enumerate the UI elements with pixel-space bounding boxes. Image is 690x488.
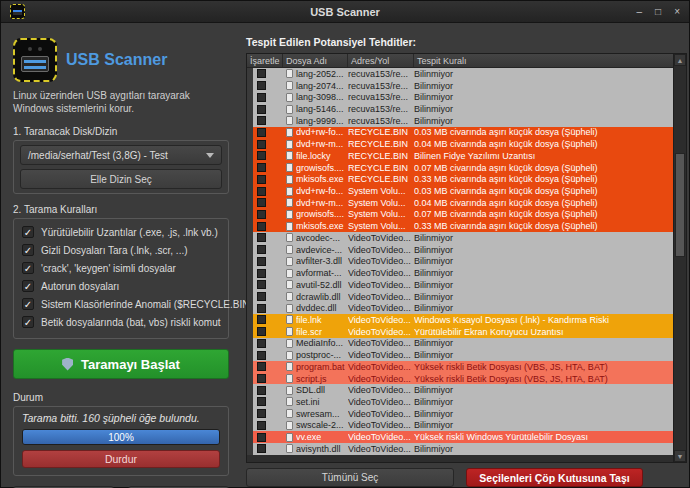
row-checkbox[interactable]: [257, 210, 266, 219]
row-checkbox[interactable]: [257, 386, 266, 395]
column-header-rule[interactable]: Tespit Kuralı: [414, 54, 673, 67]
table-row[interactable]: growisofs.... RECYCLE.BIN 0.07 MB civarı…: [247, 162, 673, 174]
table-row[interactable]: growisofs.... System Volu... 0.07 MB civ…: [247, 209, 673, 221]
table-row[interactable]: dvd+rw-m... RECYCLE.BIN 0.04 MB civarınd…: [247, 138, 673, 150]
row-checkbox[interactable]: [257, 315, 266, 324]
row-checkbox[interactable]: [257, 175, 266, 184]
table-row[interactable]: MediaInfo... VideoToVideo... Bilinmiyor: [247, 338, 673, 350]
row-checkbox[interactable]: [257, 245, 266, 254]
row-checkbox[interactable]: [257, 374, 266, 383]
rule-checkbox[interactable]: [22, 244, 34, 256]
table-row[interactable]: avisynth.dll VideoToVideo... Bilinmiyor: [247, 443, 673, 455]
move-to-trash-button[interactable]: Seçilenleri Çöp Kutusuna Taşı: [466, 468, 643, 487]
row-checkbox[interactable]: [257, 409, 266, 418]
disk-select[interactable]: /media/serhat/Test (3,8G) - Test: [20, 145, 222, 165]
table-row[interactable]: avfilter-3.dll VideoToVideo... Bilinmiyo…: [247, 256, 673, 268]
row-checkbox[interactable]: [257, 233, 266, 242]
row-checkbox[interactable]: [257, 362, 266, 371]
table-row[interactable]: SDL.dll VideoToVideo... Bilinmiyor: [247, 384, 673, 396]
row-checkbox[interactable]: [257, 93, 266, 102]
row-checkbox[interactable]: [257, 151, 266, 160]
row-checkbox[interactable]: [257, 105, 266, 114]
table-row[interactable]: program.bat VideoToVideo... Yüksek riskl…: [247, 361, 673, 373]
row-checkbox[interactable]: [257, 128, 266, 137]
rule-checkbox[interactable]: [22, 262, 34, 274]
rule-checkbox[interactable]: [22, 226, 34, 238]
scan-rule-item[interactable]: Autorun dosyaları: [22, 280, 222, 292]
scan-rule-item[interactable]: Yürütülebilir Uzantılar (.exe, .js, .lnk…: [22, 226, 222, 238]
column-header-mark[interactable]: İşaretle: [247, 54, 283, 67]
row-path-cell: System Volu...: [348, 198, 414, 208]
column-header-path[interactable]: Adres/Yol: [348, 54, 414, 67]
rule-checkbox[interactable]: [22, 280, 34, 292]
scan-rule-item[interactable]: Betik dosyalarında (bat, vbs) riskli kom…: [22, 316, 222, 328]
row-checkbox[interactable]: [257, 198, 266, 207]
row-checkbox[interactable]: [257, 222, 266, 231]
scroll-down-icon[interactable]: ▼: [674, 450, 686, 462]
table-row[interactable]: swresam... VideoToVideo... Bilinmiyor: [247, 408, 673, 420]
table-row[interactable]: file.scr VideoToVideo... Yürütülebilir E…: [247, 326, 673, 338]
table-row[interactable]: file.lnk VideoToVideo... Windows Kısayol…: [247, 314, 673, 326]
table-row[interactable]: lang-3098... recuva153/re... Bilinmiyor: [247, 91, 673, 103]
table-row[interactable]: set.ini VideoToVideo... Bilinmiyor: [247, 396, 673, 408]
column-header-filename[interactable]: Dosya Adı: [283, 54, 348, 67]
minimize-button[interactable]: –: [637, 7, 643, 17]
table-row[interactable]: mkisofs.exe System Volu... 0.33 MB civar…: [247, 220, 673, 232]
row-checkbox[interactable]: [257, 257, 266, 266]
scroll-up-icon[interactable]: ▲: [674, 54, 686, 66]
scrollbar[interactable]: ▲ ▼: [673, 54, 686, 462]
table-row[interactable]: lang-5146... recuva153/re... Bilinmiyor: [247, 103, 673, 115]
scan-rule-item[interactable]: Sistem Klasörlerinde Anomali ($RECYCLE.B…: [22, 298, 222, 310]
table-row[interactable]: dcrawlib.dll VideoToVideo... Bilinmiyor: [247, 291, 673, 303]
table-row[interactable]: avcodec-... VideoToVideo... Bilinmiyor: [247, 232, 673, 244]
scan-rule-item[interactable]: Gizli Dosyaları Tara (.lnk, .scr, ...): [22, 244, 222, 256]
row-checkbox[interactable]: [257, 327, 266, 336]
row-checkbox[interactable]: [257, 397, 266, 406]
row-checkbox[interactable]: [257, 421, 266, 430]
table-row[interactable]: avformat-... VideoToVideo... Bilinmiyor: [247, 267, 673, 279]
close-button[interactable]: ×: [674, 7, 680, 17]
row-checkbox[interactable]: [257, 351, 266, 360]
row-checkbox[interactable]: [257, 339, 266, 348]
row-checkbox[interactable]: [257, 444, 266, 453]
table-row[interactable]: dvd+rw-fo... RECYCLE.BIN 0.03 MB civarın…: [247, 127, 673, 139]
table-row[interactable]: lang-2052... recuva153/re... Bilinmiyor: [247, 68, 673, 80]
table-row[interactable]: vv.exe VideoToVideo... Yüksek riskli Win…: [247, 431, 673, 443]
row-checkbox[interactable]: [257, 269, 266, 278]
manual-dir-button[interactable]: Elle Dizin Seç: [20, 169, 222, 189]
table-row[interactable]: avdevice-... VideoToVideo... Bilinmiyor: [247, 244, 673, 256]
table-row[interactable]: dvddec.dll VideoToVideo... Bilinmiyor: [247, 302, 673, 314]
row-checkbox[interactable]: [257, 81, 266, 90]
table-row[interactable]: mkisofs.exe RECYCLE.BIN 0.33 MB civarınd…: [247, 173, 673, 185]
row-checkbox[interactable]: [257, 116, 266, 125]
table-header: İşaretle Dosya Adı Adres/Yol Tespit Kura…: [247, 54, 673, 68]
start-scan-button[interactable]: Taramayı Başlat: [13, 349, 229, 379]
table-row[interactable]: script.js VideoToVideo... Yüksek riskli …: [247, 373, 673, 385]
table-row[interactable]: swscale-2... VideoToVideo... Bilinmiyor: [247, 420, 673, 432]
row-checkbox[interactable]: [257, 163, 266, 172]
table-row[interactable]: postproc-... VideoToVideo... Bilinmiyor: [247, 349, 673, 361]
row-rule-cell: 0.07 MB civarında aşırı küçük dosya (Şüp…: [414, 209, 673, 219]
row-checkbox[interactable]: [257, 187, 266, 196]
table-row[interactable]: lang-2074... recuva153/re... Bilinmiyor: [247, 80, 673, 92]
row-checkbox[interactable]: [257, 292, 266, 301]
row-checkbox[interactable]: [257, 69, 266, 78]
scan-rule-item[interactable]: 'crack', 'keygen' isimli dosyalar: [22, 262, 222, 274]
table-row[interactable]: file.locky RECYCLE.BIN Bilinen Fidye Yaz…: [247, 150, 673, 162]
file-name: lang-5146...: [296, 104, 344, 114]
row-checkbox[interactable]: [257, 304, 266, 313]
table-row[interactable]: dvd+rw-m... System Volu... 0.04 MB civar…: [247, 197, 673, 209]
row-checkbox[interactable]: [257, 433, 266, 442]
table-row[interactable]: dvd+rw-fo... System Volu... 0.03 MB civa…: [247, 185, 673, 197]
rule-checkbox[interactable]: [22, 298, 34, 310]
row-checkbox[interactable]: [257, 140, 266, 149]
row-rule-cell: Bilinmiyor: [414, 420, 673, 430]
rule-checkbox[interactable]: [22, 316, 34, 328]
stop-button[interactable]: Durdur: [22, 450, 220, 468]
scrollbar-thumb[interactable]: [675, 153, 685, 257]
select-all-button[interactable]: Tümünü Seç: [246, 468, 454, 487]
row-checkbox[interactable]: [257, 280, 266, 289]
table-row[interactable]: lang-9999... recuva153/re... Bilinmiyor: [247, 115, 673, 127]
table-row[interactable]: avutil-52.dll VideoToVideo... Bilinmiyor: [247, 279, 673, 291]
maximize-button[interactable]: □: [655, 7, 661, 17]
